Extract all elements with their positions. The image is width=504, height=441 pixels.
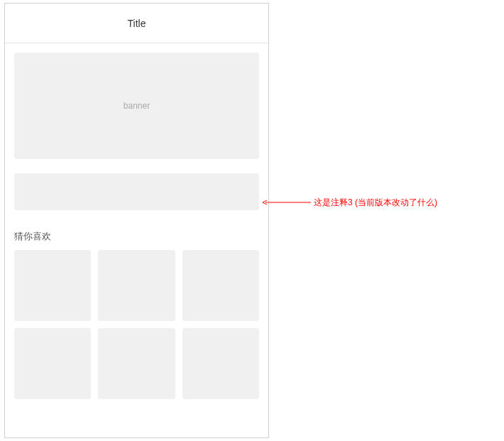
grid-card[interactable] — [98, 328, 175, 399]
grid-card[interactable] — [182, 250, 259, 321]
grid-card[interactable] — [14, 250, 91, 321]
page-title: Title — [128, 18, 146, 29]
recommendation-grid — [14, 250, 259, 399]
content-area: banner 猜你喜欢 — [5, 43, 268, 399]
banner-label: banner — [124, 101, 150, 111]
annotation-label: 这是注释3 (当前版本改动了什么) — [314, 197, 437, 209]
mobile-frame: Title banner 猜你喜欢 — [4, 3, 269, 438]
grid-card[interactable] — [98, 250, 175, 321]
banner-placeholder[interactable]: banner — [14, 53, 259, 159]
grid-card[interactable] — [182, 328, 259, 399]
title-bar: Title — [5, 4, 268, 43]
annotation-arrow-icon — [261, 202, 311, 203]
secondary-placeholder[interactable] — [14, 173, 259, 210]
section-title: 猜你喜欢 — [14, 230, 259, 243]
grid-card[interactable] — [14, 328, 91, 399]
